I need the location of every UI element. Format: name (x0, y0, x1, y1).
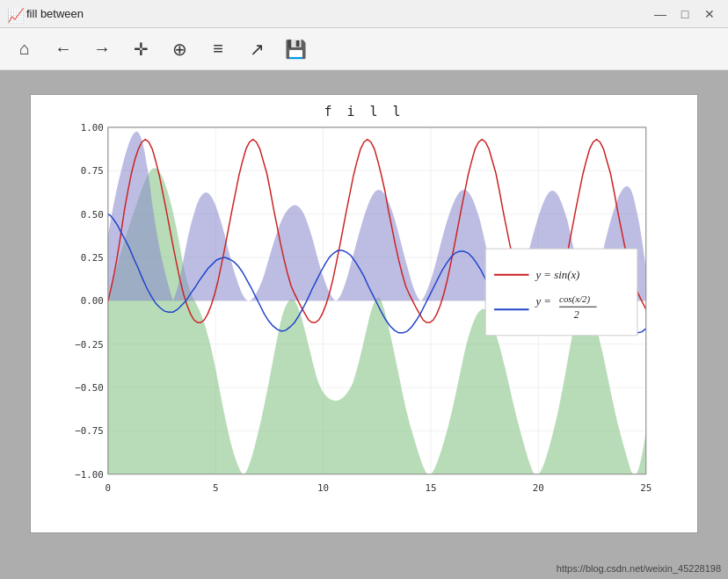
svg-text:20: 20 (533, 482, 544, 494)
svg-text:1.00: 1.00 (81, 123, 104, 134)
svg-text:−0.50: −0.50 (75, 381, 104, 393)
svg-text:5: 5 (213, 482, 219, 494)
pan-button[interactable]: ✛ (123, 32, 158, 67)
svg-rect-33 (485, 249, 637, 336)
svg-text:−1.00: −1.00 (75, 468, 104, 480)
toolbar: ⌂ ← → ✛ ⊕ ≡ ↗ 💾 (0, 28, 728, 70)
maximize-button[interactable]: □ (673, 5, 696, 23)
svg-text:10: 10 (317, 482, 329, 494)
svg-text:2: 2 (574, 308, 579, 321)
footer: https://blog.csdn.net/weixin_45228198 (0, 558, 728, 579)
chart-svg: 1.00 0.75 0.50 0.25 0.00 −0.25 −0.50 −0.… (40, 123, 688, 522)
save-button[interactable]: 💾 (278, 32, 313, 67)
chart-container: f i l l (0, 70, 728, 558)
home-button[interactable]: ⌂ (7, 32, 42, 67)
chart-title: f i l l (40, 104, 688, 119)
svg-text:0: 0 (106, 482, 112, 494)
chart-panel: f i l l (30, 94, 698, 533)
title-bar: 📈 fill between — □ ✕ (0, 0, 728, 28)
svg-text:0.50: 0.50 (81, 208, 104, 220)
svg-text:−0.25: −0.25 (75, 338, 104, 350)
window-title: fill between (26, 7, 721, 20)
forward-button[interactable]: → (84, 32, 120, 67)
lines-button[interactable]: ↗ (239, 32, 274, 67)
svg-text:−0.75: −0.75 (75, 425, 104, 437)
close-button[interactable]: ✕ (698, 5, 721, 23)
footer-url: https://blog.csdn.net/weixin_45228198 (557, 563, 721, 574)
svg-text:15: 15 (425, 482, 436, 494)
svg-text:0.75: 0.75 (81, 165, 104, 177)
svg-text:y =: y = (534, 295, 551, 308)
configure-button[interactable]: ≡ (200, 32, 236, 67)
svg-text:25: 25 (640, 482, 652, 494)
app-icon: 📈 (7, 7, 21, 21)
minimize-button[interactable]: — (649, 5, 672, 23)
svg-text:0.00: 0.00 (81, 295, 104, 307)
back-button[interactable]: ← (46, 32, 81, 67)
window-controls: — □ ✕ (649, 5, 721, 23)
svg-text:y = sin(x): y = sin(x) (534, 268, 579, 280)
zoom-button[interactable]: ⊕ (162, 32, 197, 67)
svg-text:0.25: 0.25 (81, 251, 104, 263)
svg-text:cos(x/2): cos(x/2) (559, 293, 590, 305)
